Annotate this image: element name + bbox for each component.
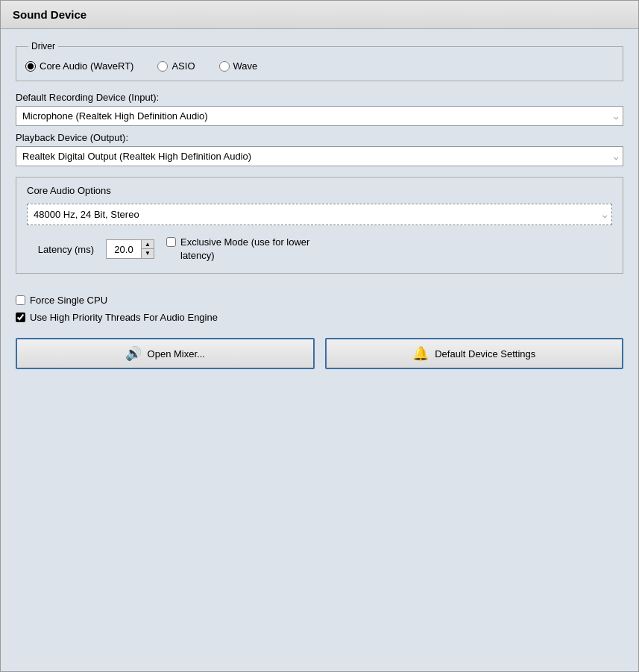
recording-device-wrapper: Microphone (Realtek High Definition Audi… [16,106,623,126]
format-select-wrapper: 48000 Hz, 24 Bit, Stereo44100 Hz, 16 Bit… [27,204,612,225]
recording-device-select[interactable]: Microphone (Realtek High Definition Audi… [16,106,623,126]
playback-device-label: Playback Device (Output): [16,132,623,143]
panel-title: Sound Device [13,8,86,21]
device-settings-icon: 🔔 [412,345,429,362]
buttons-row: 🔊 Open Mixer... 🔔 Default Device Setting… [16,338,623,369]
core-audio-title: Core Audio Options [27,185,612,196]
driver-fieldset: Driver Core Audio (WaveRT) ASIO Wave [16,41,623,81]
force-single-cpu-label[interactable]: Force Single CPU [16,295,623,306]
sound-device-panel: Sound Device Driver Core Audio (WaveRT) … [0,0,639,672]
playback-device-select[interactable]: Realtek Digital Output (Realtek High Def… [16,146,623,166]
driver-legend: Driver [28,41,58,51]
driver-radio-group: Core Audio (WaveRT) ASIO Wave [25,57,614,72]
exclusive-mode-checkbox[interactable] [166,237,176,247]
open-mixer-button[interactable]: 🔊 Open Mixer... [16,338,315,369]
latency-label: Latency (ms) [27,244,94,255]
radio-asio-label: ASIO [171,60,195,72]
radio-core-audio-input[interactable] [25,61,36,72]
latency-increment-button[interactable]: ▲ [142,240,154,249]
format-select[interactable]: 48000 Hz, 24 Bit, Stereo44100 Hz, 16 Bit… [27,204,612,225]
high-priority-threads-checkbox[interactable] [16,313,25,322]
force-single-cpu-checkbox[interactable] [16,295,25,305]
radio-wave-input[interactable] [219,61,230,72]
latency-spinner[interactable]: ▲ ▼ [106,239,154,259]
high-priority-threads-text: Use High Priority Threads For Audio Engi… [30,312,218,323]
core-audio-options-box: Core Audio Options 48000 Hz, 24 Bit, Ste… [16,177,623,274]
recording-device-label: Default Recording Device (Input): [16,92,623,103]
latency-input[interactable] [107,242,141,257]
panel-body: Driver Core Audio (WaveRT) ASIO Wave Def… [1,29,638,381]
high-priority-threads-label[interactable]: Use High Priority Threads For Audio Engi… [16,312,623,323]
force-single-cpu-text: Force Single CPU [30,295,107,306]
radio-asio-input[interactable] [157,61,168,72]
default-device-settings-button[interactable]: 🔔 Default Device Settings [325,338,624,369]
radio-core-audio[interactable]: Core Audio (WaveRT) [25,60,133,72]
playback-device-wrapper: Realtek Digital Output (Realtek High Def… [16,146,623,166]
latency-spinner-buttons: ▲ ▼ [141,240,154,258]
open-mixer-label: Open Mixer... [148,348,205,359]
radio-core-audio-label: Core Audio (WaveRT) [40,60,133,72]
latency-row: Latency (ms) ▲ ▼ Exclusive Mode (use for… [27,236,612,263]
radio-asio[interactable]: ASIO [157,60,195,72]
radio-wave-label: Wave [233,60,258,72]
latency-decrement-button[interactable]: ▼ [142,249,154,258]
radio-wave[interactable]: Wave [219,60,258,72]
panel-header: Sound Device [1,1,638,29]
mixer-icon: 🔊 [125,345,142,362]
default-device-settings-label: Default Device Settings [435,348,535,359]
exclusive-mode-text: Exclusive Mode (use for lower latency) [180,236,315,263]
bottom-section: Force Single CPU Use High Priority Threa… [16,295,623,323]
exclusive-mode-label[interactable]: Exclusive Mode (use for lower latency) [166,236,315,263]
